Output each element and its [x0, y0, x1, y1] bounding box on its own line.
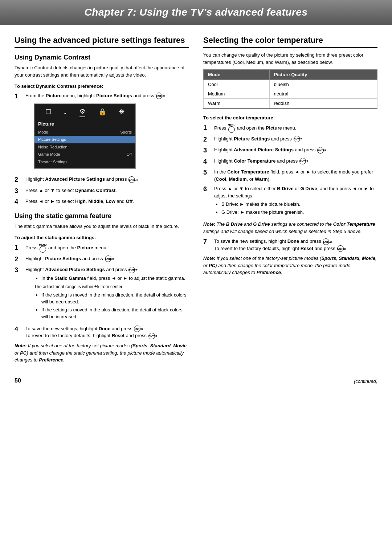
bullet-g-drive: G Drive: ► makes the picture greenish.	[221, 209, 377, 216]
step-item: 2 Highlight Picture Settings and press E…	[203, 135, 377, 144]
step-number: 4	[15, 325, 23, 334]
main-section-title: Using the advanced picture settings feat…	[15, 36, 189, 48]
main-content: Using the advanced picture settings feat…	[0, 25, 392, 374]
enter-button-icon: ENTER	[323, 238, 329, 245]
step-content: Highlight Advanced Picture Settings and …	[214, 146, 377, 154]
table-row: Mediumneutral	[204, 89, 377, 99]
step-item: 6 Press ▲ or ▼ to select either B Drive …	[203, 185, 377, 218]
menu-button-icon: MENU	[39, 244, 47, 253]
color-temp-steps: 1 Press MENU and open the Picture menu. …	[203, 124, 377, 218]
enter-button-icon: ENTER	[337, 245, 344, 252]
step-content: Press ▲ or ▼ to select Dynamic Contrast.	[25, 187, 189, 194]
step-number: 6	[203, 185, 212, 193]
step-number: 2	[15, 255, 23, 263]
step-item: 4 Press ◄ or ► to select High, Middle, L…	[15, 198, 189, 206]
step-item: 1 Press MENU and open the Picture menu.	[15, 244, 189, 253]
tv-menu-row-game-mode: Game ModeOff	[34, 151, 135, 158]
step-number: 2	[15, 176, 23, 184]
step-content: Press MENU and open the Picture menu.	[25, 244, 189, 253]
adj-note: The adjustment range is within ±5 from c…	[34, 284, 189, 290]
step-number: 2	[203, 135, 212, 144]
tv-icon-settings: ⚙	[79, 107, 85, 117]
step-content: Highlight Picture Settings and press ENT…	[214, 135, 377, 143]
enter-button-icon: ENTER	[105, 255, 111, 262]
page-footer: 50 (continued)	[0, 374, 392, 391]
enter-button-icon: ENTER	[134, 326, 140, 332]
step-content: Highlight Advanced Picture Settings and …	[25, 176, 189, 183]
note-drive-settings: Note: The B Drive and G Drive settings a…	[203, 221, 377, 235]
static-gamma-intro: The static gamma feature allows you to a…	[15, 223, 189, 230]
step-item: 5 In the Color Temperature field, press …	[203, 168, 377, 183]
tv-icon-audio: ♩	[64, 107, 67, 117]
page-number: 50	[15, 377, 21, 384]
tv-icon-picture: ☐	[45, 107, 51, 117]
enter-button-icon: ENTER	[128, 176, 135, 183]
step-number: 3	[15, 187, 23, 195]
step-number: 1	[15, 92, 23, 101]
step-number: 5	[203, 168, 212, 177]
step-item: 4 To save the new settings, highlight Do…	[15, 325, 189, 339]
table-col-mode: Mode	[204, 70, 270, 80]
tv-menu-row-theater: Theater Settings	[34, 158, 135, 166]
step-number: 3	[15, 266, 23, 274]
step-item: 1 Press MENU and open the Picture menu.	[203, 124, 377, 133]
color-temp-section-title: Selecting the color temperature	[203, 36, 377, 48]
step-item: 3 Highlight Advanced Picture Settings an…	[203, 146, 377, 155]
chapter-title: Chapter 7: Using the TV's advanced featu…	[15, 7, 377, 18]
dynamic-contrast-intro: Dynamic Contrast detects changes in pict…	[15, 64, 189, 78]
tv-menu-row-noise-reduction: Noise Reduction	[34, 143, 135, 151]
step-content: To save the new settings, highlight Done…	[214, 238, 377, 252]
step-number: 4	[15, 198, 23, 206]
tv-menu-title: Picture	[34, 119, 135, 128]
chapter-header: Chapter 7: Using the TV's advanced featu…	[0, 0, 392, 25]
step-number: 7	[203, 238, 212, 246]
bullet-item: If the setting is moved in the minus dir…	[41, 291, 189, 306]
left-column: Using the advanced picture settings feat…	[15, 36, 189, 367]
step-item: 3 Highlight Advanced Picture Settings an…	[15, 266, 189, 323]
step-item: 7 To save the new settings, highlight Do…	[203, 238, 377, 252]
table-row: Coolblueish	[204, 80, 377, 89]
table-col-quality: Picture Quality	[269, 70, 377, 80]
step-item: 2 Highlight Advanced Picture Settings an…	[15, 176, 189, 184]
step-item: 2 Highlight Picture Settings and press E…	[15, 255, 189, 263]
color-temp-sub-title: To select the color temperature:	[203, 114, 377, 122]
static-gamma-sub-title: To adjust the static gamma settings:	[15, 234, 189, 241]
step-content: Press MENU and open the Picture menu.	[214, 124, 377, 133]
static-gamma-bullets: In the Static Gamma field, press ◄ or ► …	[34, 275, 189, 282]
tv-icon-lock: 🔒	[98, 107, 106, 117]
table-cell-quality: reddish	[269, 99, 377, 109]
enter-button-icon: ENTER	[128, 267, 135, 273]
bullet-b-drive: B Drive: ► makes the picture blueish.	[221, 201, 377, 208]
enter-button-icon: ENTER	[156, 93, 162, 99]
dynamic-contrast-sub-title: To select Dynamic Contrast preference:	[15, 83, 189, 90]
static-gamma-bullets-2: If the setting is moved in the minus dir…	[34, 291, 189, 320]
enter-button-icon: ENTER	[317, 147, 324, 154]
tv-menu-screenshot: ☐ ♩ ⚙ 🔒 ❋ Picture ModeSports Picture Set…	[34, 103, 136, 169]
step-content: Press ▲ or ▼ to select either B Drive or…	[214, 185, 377, 218]
menu-button-icon: MENU	[228, 124, 236, 133]
color-temp-note2: Note: If you select one of the factory-s…	[203, 255, 377, 276]
static-gamma-steps: 1 Press MENU and open the Picture menu. …	[15, 244, 189, 339]
step-content: To save the new settings, highlight Done…	[25, 325, 189, 339]
enter-button-icon: ENTER	[148, 333, 155, 339]
color-temp-step7: 7 To save the new settings, highlight Do…	[203, 238, 377, 252]
color-temp-intro: You can change the quality of the pictur…	[203, 52, 377, 66]
step-content: Highlight Advanced Picture Settings and …	[25, 266, 189, 323]
bullet-item: In the Static Gamma field, press ◄ or ► …	[41, 275, 189, 282]
step-item: 3 Press ▲ or ▼ to select Dynamic Contras…	[15, 187, 189, 195]
static-gamma-title: Using the static gamma feature	[15, 212, 189, 220]
color-temp-table: Mode Picture Quality CoolblueishMediumne…	[203, 69, 377, 109]
step-content: From the Picture menu, highlight Picture…	[25, 92, 189, 173]
step-number: 1	[15, 244, 23, 252]
continued-label: (continued)	[354, 379, 377, 384]
table-cell-mode: Warm	[204, 99, 270, 109]
step-number: 1	[203, 124, 212, 132]
drive-bullets: B Drive: ► makes the picture blueish. G …	[214, 201, 377, 216]
tv-menu-icon-bar: ☐ ♩ ⚙ 🔒 ❋	[34, 104, 135, 119]
table-cell-quality: neutral	[269, 89, 377, 99]
bullet-item: If the setting is moved in the plus dire…	[41, 306, 189, 320]
step-item: 4 Highlight Color Temperature and press …	[203, 158, 377, 166]
enter-button-icon: ENTER	[299, 158, 306, 164]
tv-menu-row-mode: ModeSports	[34, 128, 135, 136]
step-content: Press ◄ or ► to select High, Middle, Low…	[25, 198, 189, 205]
